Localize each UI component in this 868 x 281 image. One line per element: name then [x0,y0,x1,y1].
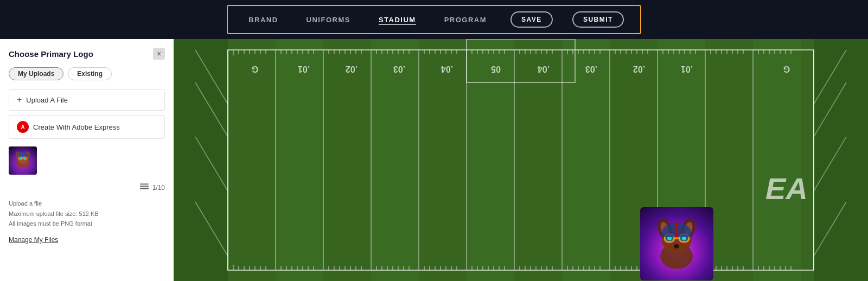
nav-inner: BRAND UNIFORMS STADIUM PROGRAM SAVE SUBM… [227,5,641,34]
submit-button[interactable]: SUBMIT [572,11,624,28]
svg-rect-11 [140,186,149,187]
sidebar-header: Choose Primary Logo × [9,48,165,60]
svg-text:.02: .02 [346,65,358,74]
close-button[interactable]: × [153,48,165,60]
nav-stadium[interactable]: STADIUM [374,14,420,26]
sidebar-panel: Choose Primary Logo × My Uploads Existin… [0,39,174,281]
tab-my-uploads[interactable]: My Uploads [9,67,63,80]
svg-text:.03: .03 [393,65,405,74]
svg-text:.02: .02 [633,65,645,74]
file-info: Upload a file Maximum upload file size: … [9,199,165,229]
sidebar-title: Choose Primary Logo [9,49,93,59]
svg-text:.03: .03 [585,65,597,74]
svg-rect-12 [140,183,149,185]
upload-btn-label: Upload A File [26,96,68,104]
svg-rect-22 [174,39,228,281]
thumbnail-grid [9,146,165,175]
svg-rect-18 [514,39,562,281]
adobe-icon: A [17,121,29,133]
top-nav: BRAND UNIFORMS STADIUM PROGRAM SAVE SUBM… [0,0,868,39]
file-count-row: 1/10 [9,182,165,193]
save-button[interactable]: SAVE [510,11,553,28]
svg-text:G: G [252,65,258,74]
svg-text:.01: .01 [681,65,693,74]
file-info-line1: Upload a file [9,199,165,209]
stack-icon [139,182,149,193]
nav-uniforms[interactable]: UNIFORMS [302,14,355,26]
plus-icon: + [17,95,22,105]
file-info-line3: All images must be PNG format [9,219,165,229]
svg-rect-16 [323,39,371,281]
svg-rect-17 [419,39,467,281]
adobe-btn-label: Create With Adobe Express [33,123,120,131]
football-field: G .01 .02 .03 .04 05 .04 .03 .02 .01 G E… [174,39,868,281]
svg-text:05: 05 [491,65,501,74]
svg-rect-23 [814,39,868,281]
nav-program[interactable]: PROGRAM [440,14,491,26]
field-container: G .01 .02 .03 .04 05 .04 .03 .02 .01 G E… [174,39,868,281]
svg-text:.04: .04 [538,65,550,74]
nav-brand[interactable]: BRAND [244,14,282,26]
svg-rect-15 [228,39,276,281]
upload-file-button[interactable]: + Upload A File [9,89,165,111]
main-content: Choose Primary Logo × My Uploads Existin… [0,39,868,281]
thumbnail-item[interactable] [9,146,37,175]
adobe-express-button[interactable]: A Create With Adobe Express [9,115,165,139]
svg-text:G: G [783,65,790,74]
svg-text:EA: EA [765,171,808,206]
svg-text:.01: .01 [298,65,310,74]
svg-rect-10 [140,188,149,189]
svg-point-241 [674,244,679,248]
file-count-label: 1/10 [152,184,165,191]
tab-existing[interactable]: Existing [68,67,112,80]
file-info-line2: Maximum upload file size: 512 KB [9,209,165,219]
tab-row: My Uploads Existing [9,67,165,80]
manage-files-link[interactable]: Manage My Files [9,236,58,244]
svg-text:.04: .04 [441,65,453,74]
